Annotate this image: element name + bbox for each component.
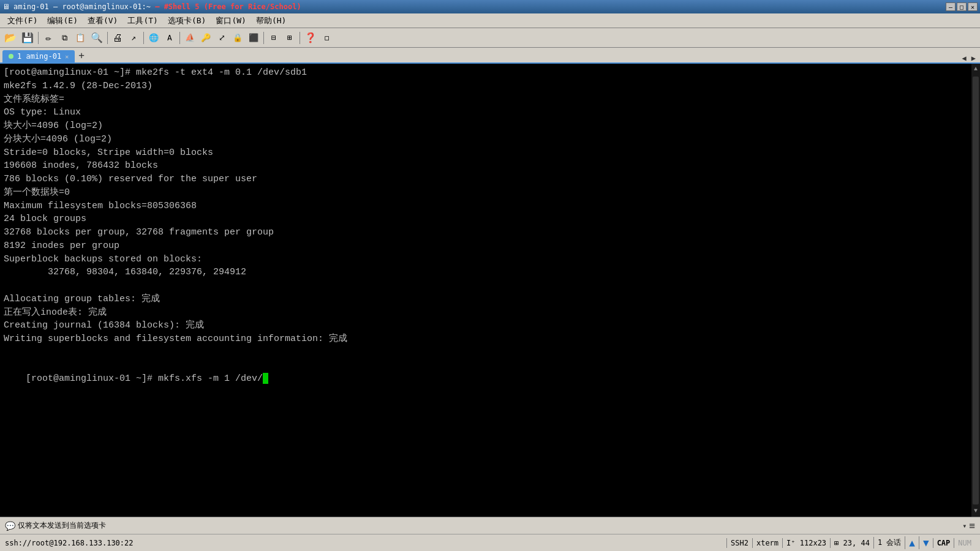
- toolbar-sep3: [143, 32, 144, 44]
- maximize-button[interactable]: □: [957, 2, 967, 11]
- toolbar-copy[interactable]: ⧉: [57, 31, 72, 45]
- tab-indicator: [9, 54, 13, 59]
- term-line-8: 786 blocks (0.10%) reserved for the supe…: [4, 173, 976, 186]
- scroll-track[interactable]: [973, 77, 979, 504]
- menu-help[interactable]: 帮助(H): [251, 14, 291, 28]
- term-line-0: [root@aminglinux-01 ~]# mke2fs -t ext4 -…: [4, 66, 976, 80]
- titlebar-left: 🖥 aming-01 — root@aminglinux-01:~ — #She…: [2, 2, 301, 11]
- ssh-info: ssh://root@192.168.133.130:22: [5, 539, 134, 547]
- toolbar-paste[interactable]: 📋: [73, 31, 88, 45]
- toolbar-font[interactable]: A: [162, 31, 177, 45]
- app-icon: 🖥: [2, 2, 10, 11]
- toolbar-sep2: [107, 32, 108, 44]
- titlebar: 🖥 aming-01 — root@aminglinux-01:~ — #She…: [0, 0, 980, 13]
- bottombar: ssh://root@192.168.133.130:22 SSH2 xterm…: [0, 534, 980, 551]
- menu-file[interactable]: 文件(F): [2, 14, 42, 28]
- menu-window[interactable]: 窗口(W): [211, 14, 251, 28]
- status-pos: ⊞ 23, 44: [830, 538, 873, 548]
- menu-edit[interactable]: 编辑(E): [42, 14, 82, 28]
- toolbar-extra[interactable]: ◻: [320, 31, 334, 45]
- scroll-up-arrow[interactable]: ▲: [973, 64, 979, 75]
- term-line-11: 24 block groups: [4, 212, 976, 226]
- toolbar-new[interactable]: 📂: [2, 31, 18, 45]
- term-line-1: mke2fs 1.42.9 (28-Dec-2013): [4, 80, 976, 93]
- term-line-16: [4, 279, 976, 293]
- close-button[interactable]: ✕: [968, 2, 978, 11]
- term-line-7: 196608 inodes, 786432 blocks: [4, 159, 976, 173]
- tabbar: 1 aming-01 ✕ + ◀ ▶: [0, 48, 980, 64]
- toolbar-save[interactable]: 💾: [20, 31, 36, 45]
- titlebar-highlight: — #Shell 5 (Free for Rice/School): [155, 2, 301, 11]
- term-line-20: Writing superblocks and filesystem accou…: [4, 332, 976, 346]
- toolbar-monitor[interactable]: ⬛: [246, 31, 261, 45]
- scroll-down-btn[interactable]: ▼: [919, 536, 933, 549]
- toolbar-print[interactable]: 🖨: [110, 31, 125, 45]
- prompt-line: [root@aminglinux-01 ~]# mkfs.xfs -m 1 /d…: [26, 373, 263, 384]
- scroll-up-btn[interactable]: ▲: [905, 536, 919, 549]
- tab-close-button[interactable]: ✕: [65, 53, 69, 60]
- menu-tools[interactable]: 工具(T): [123, 14, 162, 28]
- status-sessions: 1 会话: [873, 537, 905, 549]
- term-line-21: [4, 346, 976, 359]
- term-line-5: 分块大小=4096 (log=2): [4, 133, 976, 146]
- toolbar-layout2[interactable]: ⊞: [282, 31, 297, 45]
- toolbar-help[interactable]: ❓: [303, 31, 318, 45]
- tab-label: 1 aming-01: [17, 52, 61, 61]
- toolbar-expand[interactable]: ⤢: [214, 31, 229, 45]
- term-line-10: Maximum filesystem blocks=805306368: [4, 200, 976, 213]
- titlebar-controls[interactable]: — □ ✕: [946, 2, 978, 11]
- toolbar-find[interactable]: 🔍: [89, 31, 105, 45]
- tab-scroll: ◀ ▶: [960, 54, 978, 62]
- cap-indicator: CAP: [933, 538, 954, 548]
- statusbar-lines[interactable]: ≡: [969, 520, 975, 531]
- term-line-17: Allocating group tables: 完成: [4, 293, 976, 306]
- statusbar: 💬 仅将文本发送到当前选项卡 ▾ ≡: [0, 517, 980, 534]
- term-line-12: 32768 blocks per group, 32768 fragments …: [4, 226, 976, 239]
- term-line-6: Stride=0 blocks, Stripe width=0 blocks: [4, 146, 976, 160]
- minimize-button[interactable]: —: [946, 2, 956, 11]
- terminal-cursor: [263, 373, 268, 384]
- term-line-14: Superblock backups stored on blocks:: [4, 253, 976, 266]
- toolbar-key[interactable]: 🔑: [198, 31, 213, 45]
- statusbar-text: 仅将文本发送到当前选项卡: [18, 520, 960, 531]
- term-line-13: 8192 inodes per group: [4, 239, 976, 253]
- term-line-22: [root@aminglinux-01 ~]# mkfs.xfs -m 1 /d…: [4, 359, 976, 399]
- terminal[interactable]: [root@aminglinux-01 ~]# mke2fs -t ext4 -…: [0, 64, 980, 517]
- num-indicator: NUM: [954, 538, 975, 548]
- menubar: 文件(F) 编辑(E) 查看(V) 工具(T) 选项卡(B) 窗口(W) 帮助(…: [0, 13, 980, 28]
- toolbar-sep6: [300, 32, 300, 44]
- status-size: I⁺ 112x23: [782, 538, 830, 548]
- menu-view[interactable]: 查看(V): [83, 14, 123, 28]
- tab-scroll-left[interactable]: ◀: [960, 54, 968, 62]
- toolbar-arrow[interactable]: ↗: [126, 31, 141, 45]
- term-line-9: 第一个数据块=0: [4, 186, 976, 200]
- toolbar-sep4: [179, 32, 180, 44]
- terminal-scrollbar[interactable]: ▲ ▼: [971, 64, 980, 517]
- statusbar-dropdown[interactable]: ▾: [962, 522, 967, 530]
- toolbar-lock[interactable]: 🔒: [230, 31, 245, 45]
- toolbar-globe[interactable]: 🌐: [146, 31, 161, 45]
- term-line-4: 块大小=4096 (log=2): [4, 119, 976, 133]
- scroll-down-arrow[interactable]: ▼: [973, 506, 979, 517]
- tab-scroll-right[interactable]: ▶: [970, 54, 978, 62]
- toolbar-sep1: [38, 32, 39, 44]
- toolbar: 📂 💾 ✏ ⧉ 📋 🔍 🖨 ↗ 🌐 A ⛵ 🔑 ⤢ 🔒 ⬛ ⊟ ⊞ ❓ ◻: [0, 28, 980, 48]
- term-line-18: 正在写入inode表: 完成: [4, 306, 976, 320]
- status-xterm: xterm: [752, 538, 782, 548]
- status-ssh2: SSH2: [726, 538, 752, 548]
- statusbar-icon: 💬: [5, 521, 15, 531]
- term-line-15: 32768, 98304, 163840, 229376, 294912: [4, 266, 976, 279]
- toolbar-layout[interactable]: ⊟: [266, 31, 281, 45]
- new-tab-button[interactable]: +: [75, 50, 88, 61]
- term-line-19: Creating journal (16384 blocks): 完成: [4, 319, 976, 332]
- term-line-2: 文件系统标签=: [4, 93, 976, 107]
- term-line-3: OS type: Linux: [4, 106, 976, 119]
- toolbar-edit[interactable]: ✏: [41, 31, 56, 45]
- toolbar-sep5: [263, 32, 264, 44]
- toolbar-sftp[interactable]: ⛵: [183, 31, 197, 45]
- menu-tabs[interactable]: 选项卡(B): [163, 14, 211, 28]
- active-tab[interactable]: 1 aming-01 ✕: [2, 50, 75, 62]
- titlebar-title: aming-01 — root@aminglinux-01:~ — #Shell…: [13, 2, 301, 11]
